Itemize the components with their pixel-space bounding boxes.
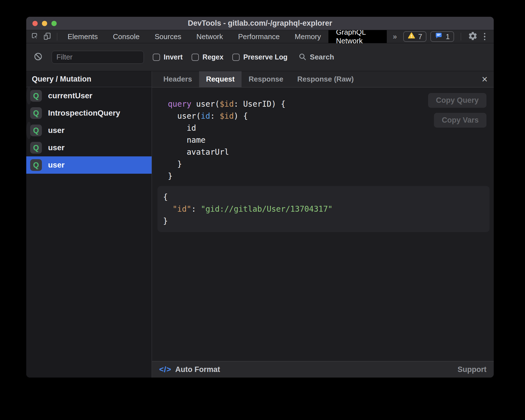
query-list-item-user-3[interactable]: Quser [26, 139, 152, 156]
tabbar-right-controls: 7 1 [403, 30, 494, 43]
filter-input[interactable] [52, 51, 144, 64]
query-list-item-label: IntrospectionQuery [48, 109, 120, 118]
issues-count: 1 [446, 32, 450, 41]
sidebar-header: Query / Mutation [26, 71, 152, 87]
panel-tab-bar: HeadersRequestResponseResponse (Raw) × [152, 71, 494, 87]
code-line: "id": "gid://gitlab/User/13704317" [163, 203, 484, 215]
inspect-element-icon[interactable] [31, 32, 39, 41]
query-list-item-label: currentUser [48, 91, 92, 100]
more-tabs-button[interactable]: » [387, 30, 403, 43]
query-list-item-introspectionquery-1[interactable]: QIntrospectionQuery [26, 104, 152, 122]
filter-checkboxes: InvertRegexPreserve Log [153, 53, 288, 61]
tab-graphql-network[interactable]: GraphQL Network [328, 30, 386, 43]
message-icon [435, 32, 443, 42]
toolbar-divider [57, 33, 57, 40]
panel-footer: </> Auto Format Support [152, 361, 494, 378]
copy-query-button[interactable]: Copy Query [428, 93, 486, 108]
kebab-menu-icon[interactable] [482, 33, 488, 40]
panel-tab-request[interactable]: Request [199, 71, 242, 87]
code-line: } [168, 158, 494, 170]
checkbox-group-regex[interactable]: Regex [192, 53, 223, 61]
tab-network[interactable]: Network [189, 30, 230, 43]
window-title: DevTools - gitlab.com/-/graphql-explorer [188, 19, 332, 28]
checkbox-group-preserve-log[interactable]: Preserve Log [232, 53, 287, 61]
maximize-window-button[interactable] [51, 21, 57, 26]
code-line: { [163, 191, 484, 203]
warnings-count: 7 [418, 32, 422, 41]
main-tabbar-tabs: ElementsConsoleSourcesNetworkPerformance… [60, 30, 387, 43]
request-content: Copy Query Copy Vars query user($id: Use… [152, 87, 494, 361]
copy-buttons: Copy Query Copy Vars [428, 93, 486, 128]
tab-sources[interactable]: Sources [147, 30, 189, 43]
settings-gear-icon[interactable] [468, 31, 478, 42]
checkbox-regex[interactable] [192, 54, 199, 61]
query-list-item-currentuser-0[interactable]: QcurrentUser [26, 87, 32, 104]
checkbox-label-preserve-log: Preserve Log [243, 53, 287, 61]
panel-tab-headers[interactable]: Headers [156, 71, 199, 87]
code-line: } [168, 170, 494, 182]
warning-icon [407, 32, 416, 41]
block-filter-icon[interactable] [34, 52, 43, 62]
minimize-window-button[interactable] [42, 21, 47, 26]
panel-tab-response-raw[interactable]: Response (Raw) [290, 71, 361, 87]
code-format-icon: </> [159, 365, 171, 374]
main-tab-bar: ElementsConsoleSourcesNetworkPerformance… [26, 30, 494, 43]
checkbox-label-invert: Invert [164, 53, 183, 61]
devtools-window: DevTools - gitlab.com/-/graphql-explorer… [26, 17, 494, 378]
main-area: Query / Mutation QcurrentUserQIntrospect… [26, 71, 494, 378]
tab-memory[interactable]: Memory [287, 30, 328, 43]
query-type-badge: Q [30, 107, 42, 119]
query-variables-box: { "id": "gid://gitlab/User/13704317"} [157, 186, 490, 232]
query-type-badge: Q [30, 90, 42, 102]
warnings-badge[interactable]: 7 [403, 31, 426, 42]
title-bar: DevTools - gitlab.com/-/graphql-explorer [26, 17, 494, 30]
code-line: avatarUrl [168, 146, 494, 158]
query-list-item-label: user [48, 126, 65, 135]
toolbar-icons [31, 30, 54, 43]
auto-format-button[interactable]: Auto Format [175, 365, 220, 374]
checkbox-preserve-log[interactable] [232, 54, 240, 61]
code-line: name [168, 134, 494, 146]
support-link[interactable]: Support [458, 365, 486, 374]
search-icon [298, 52, 307, 62]
checkbox-invert[interactable] [153, 54, 160, 61]
query-list-item-user-2[interactable]: Quser [26, 122, 32, 139]
query-type-badge: Q [30, 125, 42, 136]
close-window-button[interactable] [32, 21, 38, 26]
query-list-sidebar: Query / Mutation QcurrentUserQIntrospect… [26, 71, 152, 378]
copy-vars-button[interactable]: Copy Vars [434, 113, 486, 128]
search-control[interactable]: Search [298, 52, 334, 62]
query-type-badge: Q [30, 142, 42, 154]
query-type-badge: Q [30, 159, 42, 171]
close-panel-icon[interactable]: × [482, 74, 488, 84]
tab-performance[interactable]: Performance [231, 30, 287, 43]
panel-tab-response[interactable]: Response [242, 71, 290, 87]
device-toolbar-icon[interactable] [43, 32, 51, 41]
controls-divider [461, 33, 461, 40]
tab-console[interactable]: Console [105, 30, 147, 43]
checkbox-label-regex: Regex [202, 53, 223, 61]
query-list-item-label: user [48, 161, 65, 170]
search-label: Search [310, 53, 334, 61]
query-list: QcurrentUserQIntrospectionQueryQuserQuse… [26, 87, 152, 174]
window-controls [32, 21, 57, 26]
code-line: } [163, 215, 484, 227]
checkbox-group-invert[interactable]: Invert [153, 53, 183, 61]
tab-elements[interactable]: Elements [60, 30, 105, 43]
request-panel: HeadersRequestResponseResponse (Raw) × C… [152, 71, 494, 378]
query-list-item-user-4[interactable]: Quser [26, 156, 152, 174]
panel-tabs: HeadersRequestResponseResponse (Raw) [156, 71, 361, 87]
filter-bar: InvertRegexPreserve Log Search [26, 43, 494, 71]
issues-badge[interactable]: 1 [430, 31, 454, 42]
query-list-item-label: user [48, 143, 65, 152]
